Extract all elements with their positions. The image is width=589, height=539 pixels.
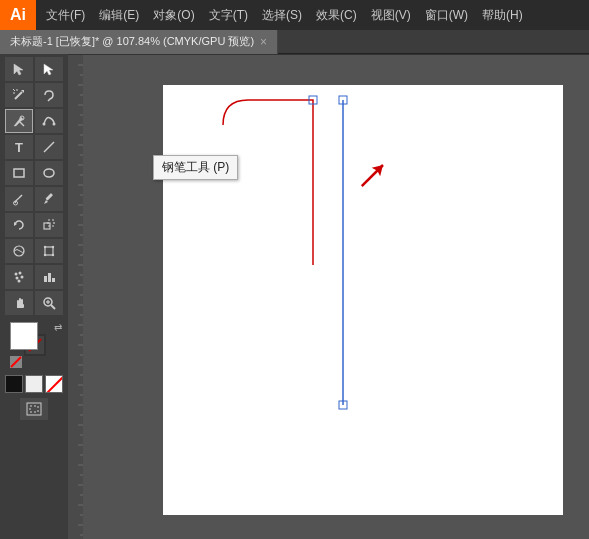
direct-select-tool-button[interactable] <box>35 57 63 81</box>
magic-wand-tool-button[interactable] <box>5 83 33 107</box>
white-swatch[interactable] <box>25 375 43 393</box>
menu-view[interactable]: 视图(V) <box>365 3 417 28</box>
tool-row-9 <box>0 264 68 290</box>
menu-object[interactable]: 对象(O) <box>147 3 200 28</box>
free-transform-button[interactable] <box>35 239 63 263</box>
fill-color-swatch[interactable] <box>10 322 38 350</box>
svg-point-23 <box>52 246 54 248</box>
rotate-tool-button[interactable] <box>5 213 33 237</box>
canvas-row: 钢笔工具 (P) <box>68 55 589 539</box>
type-tool-button[interactable]: T <box>5 135 33 159</box>
ai-logo: Ai <box>0 0 36 30</box>
svg-rect-32 <box>48 273 51 282</box>
menu-bar: 文件(F) 编辑(E) 对象(O) 文字(T) 选择(S) 效果(C) 视图(V… <box>36 0 589 30</box>
svg-line-11 <box>44 142 54 152</box>
color-mode-row <box>0 374 68 394</box>
svg-point-10 <box>53 123 56 126</box>
tab-close-button[interactable]: × <box>260 35 267 49</box>
canvas-area[interactable]: 钢笔工具 (P) <box>83 55 589 539</box>
svg-point-25 <box>52 254 54 256</box>
pencil-tool-button[interactable] <box>35 187 63 211</box>
svg-rect-95 <box>68 55 83 539</box>
svg-line-8 <box>20 122 24 126</box>
tool-row-6 <box>0 186 68 212</box>
svg-point-26 <box>15 273 18 276</box>
svg-point-30 <box>18 280 21 283</box>
scale-tool-button[interactable] <box>35 213 63 237</box>
menu-help[interactable]: 帮助(H) <box>476 3 529 28</box>
menu-text[interactable]: 文字(T) <box>203 3 254 28</box>
menu-effect[interactable]: 效果(C) <box>310 3 363 28</box>
select-tool-button[interactable] <box>5 57 33 81</box>
lasso-tool-button[interactable] <box>35 83 63 107</box>
svg-point-29 <box>21 276 24 279</box>
svg-point-27 <box>19 272 22 275</box>
tool-row-7 <box>0 212 68 238</box>
svg-marker-0 <box>14 64 23 75</box>
menu-window[interactable]: 窗口(W) <box>419 3 474 28</box>
black-swatch[interactable] <box>5 375 23 393</box>
top-bar: Ai 文件(F) 编辑(E) 对象(O) 文字(T) 选择(S) 效果(C) 视… <box>0 0 589 30</box>
ruler-vertical <box>68 55 83 539</box>
svg-point-24 <box>44 254 46 256</box>
warp-tool-button[interactable] <box>5 239 33 263</box>
tab-bar: 未标题-1 [已恢复]* @ 107.84% (CMYK/GPU 预览) × <box>0 30 589 54</box>
svg-rect-42 <box>27 403 41 415</box>
main-area: T <box>0 54 589 539</box>
svg-marker-16 <box>44 200 48 204</box>
svg-rect-43 <box>30 406 38 412</box>
tool-row-4: T <box>0 134 68 160</box>
line-tool-button[interactable] <box>35 135 63 159</box>
color-swatch-section: ⇄ <box>0 320 68 374</box>
tool-row-10 <box>0 290 68 316</box>
artboard <box>163 85 563 515</box>
tool-row-1 <box>0 56 68 82</box>
svg-point-9 <box>43 123 46 126</box>
tool-row-5 <box>0 160 68 186</box>
svg-point-13 <box>44 169 54 177</box>
tool-row-3 <box>0 108 68 134</box>
hand-tool-button[interactable] <box>5 291 33 315</box>
svg-line-41 <box>47 377 63 393</box>
svg-marker-1 <box>44 64 53 75</box>
svg-line-2 <box>15 92 22 99</box>
menu-file[interactable]: 文件(F) <box>40 3 91 28</box>
tab-title: 未标题-1 [已恢复]* @ 107.84% (CMYK/GPU 预览) <box>10 34 254 49</box>
svg-rect-15 <box>45 193 53 201</box>
pen-tool-button[interactable] <box>5 109 33 133</box>
svg-rect-12 <box>14 169 24 177</box>
svg-point-22 <box>44 246 46 248</box>
svg-rect-21 <box>45 247 53 255</box>
ellipse-tool-button[interactable] <box>35 161 63 185</box>
zoom-tool-button[interactable] <box>35 291 63 315</box>
swap-colors-button[interactable]: ⇄ <box>54 322 62 333</box>
pen-tool-tooltip: 钢笔工具 (P) <box>153 155 238 180</box>
menu-edit[interactable]: 编辑(E) <box>93 3 145 28</box>
svg-line-35 <box>51 305 55 309</box>
rectangle-tool-button[interactable] <box>5 161 33 185</box>
svg-rect-33 <box>52 278 55 282</box>
svg-rect-31 <box>44 276 47 282</box>
column-graph-button[interactable] <box>35 265 63 289</box>
toolbar: T <box>0 54 68 539</box>
symbol-sprayer-button[interactable] <box>5 265 33 289</box>
curvature-tool-button[interactable] <box>35 109 63 133</box>
tool-row-2 <box>0 82 68 108</box>
tool-row-8 <box>0 238 68 264</box>
canvas-with-ruler: 钢笔工具 (P) <box>68 54 589 539</box>
none-color-button[interactable] <box>10 356 22 368</box>
screen-mode-button[interactable] <box>20 398 48 420</box>
paintbrush-tool-button[interactable] <box>5 187 33 211</box>
tab-document[interactable]: 未标题-1 [已恢复]* @ 107.84% (CMYK/GPU 预览) × <box>0 30 278 54</box>
svg-point-20 <box>14 246 24 256</box>
svg-line-6 <box>13 89 15 91</box>
svg-point-28 <box>16 277 19 280</box>
menu-select[interactable]: 选择(S) <box>256 3 308 28</box>
none-stroke-swatch[interactable] <box>45 375 63 393</box>
arrange-row <box>0 394 68 424</box>
